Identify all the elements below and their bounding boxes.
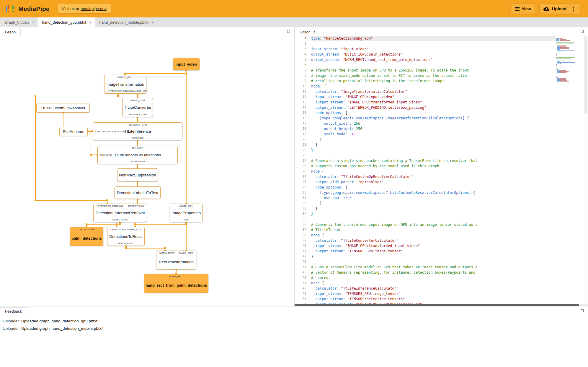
graph-node-TfLiteInference[interactable]: TENSORS_GPUTfLiteInferenceTENSORSCUSTOM_… <box>93 122 182 140</box>
graph-node-DetectionLabelIdToText[interactable]: DetectionLabelIdToText <box>115 186 161 199</box>
line-number: 4 <box>295 52 311 57</box>
file-tab[interactable]: Graph_0.pbtxt× <box>0 17 37 27</box>
graph-canvas[interactable]: input_videoIMAGE_GPUImageTransformationL… <box>0 36 294 306</box>
download-icon[interactable] <box>312 30 316 34</box>
code-line: input_stream: "input_video" <box>311 46 556 52</box>
node-title: ImageProperties <box>170 207 202 218</box>
mediapipe-link[interactable]: mediapipe.dev <box>81 7 107 11</box>
line-number: 17 <box>295 121 311 126</box>
port-label: DETECTIONS <box>79 228 94 231</box>
code-line: } <box>311 254 556 259</box>
feedback-tab[interactable]: Feedback <box>0 307 27 315</box>
new-button[interactable]: New <box>511 4 535 14</box>
code-line: output_stream: "IMAGE_GPU:transformed_in… <box>311 100 556 105</box>
graph-panel: Graph input_videoIMAGE_GPUImageTransform… <box>0 27 294 306</box>
graph-node-SsdAnchors[interactable]: SsdAnchors <box>59 127 88 136</box>
popout-icon[interactable] <box>581 309 584 312</box>
tab-close-icon[interactable]: × <box>32 20 34 25</box>
file-tab-label: Graph_0.pbtxt <box>4 20 29 25</box>
node-title: input_video <box>173 58 199 70</box>
tab-close-icon[interactable]: × <box>151 20 154 25</box>
line-number: 36 <box>295 222 311 227</box>
graph-node-DetectionsToRects[interactable]: DETECTIONSIMAGE_SIZEDetectionsToRectsNOR… <box>107 227 145 246</box>
popout-icon[interactable] <box>581 30 584 33</box>
code-line: output_height: 256 <box>311 126 556 131</box>
line-number-gutter: 1234567891011121314151617181920212223242… <box>295 36 311 304</box>
graph-node-NonMaxSuppression[interactable]: NonMaxSuppression <box>117 168 158 181</box>
line-number: 33 <box>295 206 311 211</box>
port-label: NORM_RECT <box>169 275 184 278</box>
horizontal-scrollbar[interactable] <box>295 304 588 306</box>
file-tab-bar: Graph_0.pbtxt×hand_detection_gpu.pbtxt×h… <box>0 17 588 27</box>
line-number: 12 <box>295 94 311 100</box>
line-number: 14 <box>295 105 311 110</box>
code-line: output_width: 256 <box>311 121 556 126</box>
port-label: IMAGE_SIZE <box>179 252 193 254</box>
node-title: TfLiteConverter <box>123 102 153 113</box>
code-line: input_stream: "IMAGE_GPU:input_video" <box>311 94 556 100</box>
graph-tab[interactable]: Graph <box>0 28 21 36</box>
popout-icon[interactable] <box>287 30 290 33</box>
code-line: node { <box>311 280 556 286</box>
graph-node-palm_detections[interactable]: DETECTIONSpalm_detections <box>70 227 103 246</box>
line-number: 38 <box>295 233 311 238</box>
port-label: IMAGE_GPU <box>118 76 132 79</box>
tab-close-icon[interactable]: × <box>89 20 92 25</box>
file-tab-label: hand_detection_gpu.pbtxt <box>42 20 86 25</box>
feedback-entry: UploaderUploaded graph 'hand_detection_g… <box>0 317 588 325</box>
editor-tab[interactable]: Editor <box>295 28 321 36</box>
code-line: # Generates a single side packet contain… <box>311 158 556 163</box>
line-number: 20 <box>295 137 311 142</box>
graph-node-hand_rect_from_palm_detections[interactable]: NORM_RECThand_rect_from_palm_detections <box>144 274 208 293</box>
code-line: } <box>311 142 556 147</box>
graph-node-TfLiteCustomOpResolver[interactable]: TfLiteCustomOpResolver <box>36 103 90 113</box>
code-line: } <box>311 201 556 206</box>
node-title: DetectionLetterboxRemoval <box>94 207 147 218</box>
port-label: SIZE <box>183 218 189 221</box>
port-label: IMAGE_GPU <box>130 99 145 102</box>
line-number: 22 <box>295 147 311 153</box>
upload-button[interactable]: Upload ⋮ <box>539 4 580 14</box>
graph-node-input_video[interactable]: input_video <box>173 58 200 70</box>
graph-node-TfLiteConverter[interactable]: IMAGE_GPUTfLiteConverterTENSORS_GPU <box>122 98 153 117</box>
line-number: 18 <box>295 126 311 131</box>
code-line: node { <box>311 233 556 238</box>
line-number: 26 <box>295 169 311 174</box>
graph-node-ImageProperties[interactable]: IMAGE_GPUImagePropertiesSIZE <box>170 204 202 222</box>
line-number: 41 <box>295 249 311 254</box>
line-number: 23 <box>295 153 311 158</box>
file-tab[interactable]: hand_detection_mobile.pbtxt× <box>95 17 157 27</box>
file-tab[interactable]: hand_detection_gpu.pbtxt× <box>37 17 95 27</box>
port-label: TENSORS_GPU <box>129 113 147 116</box>
code-line: # TfLiteTensor. <box>311 227 556 233</box>
graph-node-DetectionLetterboxRemoval[interactable]: LETTERBOX_PADDINGDETECTIONSDetectionLett… <box>93 204 147 222</box>
kebab-menu-icon[interactable]: ⋮ <box>571 6 576 12</box>
node-title: RectTransformation <box>156 254 196 269</box>
code-line <box>311 217 556 222</box>
vertical-scrollbar[interactable] <box>584 36 588 304</box>
graph-node-RectTransformation[interactable]: NORM_RECTIMAGE_SIZERectTransformation <box>156 251 196 269</box>
port-label: DETECTIONS <box>128 205 144 207</box>
minimap[interactable] <box>556 36 584 304</box>
line-number: 27 <box>295 174 311 179</box>
port-label: TENSORS <box>132 147 143 150</box>
line-number: 3 <box>295 46 311 52</box>
code-lines[interactable]: type: "HandDetectionSubgraph"input_strea… <box>311 36 556 304</box>
line-number: 7 <box>295 68 311 73</box>
line-number: 28 <box>295 179 311 185</box>
editor-panel-header: Editor <box>295 27 588 36</box>
code-line: calculator: "TfLiteInferenceCalculator" <box>311 286 556 291</box>
port-label: TENSORS_GPU <box>129 124 147 126</box>
code-line: # image, the scale_mode option is set to… <box>311 73 556 78</box>
line-number: 34 <box>295 211 311 217</box>
code-line: output_stream: "TENSORS:detection_tensor… <box>311 296 556 302</box>
code-editor[interactable]: 1234567891011121314151617181920212223242… <box>295 36 588 304</box>
new-button-label: New <box>522 7 531 11</box>
graph-node-ImageTransformation[interactable]: IMAGE_GPUImageTransformationLETTERBOX_PA… <box>104 75 146 94</box>
code-line: calculator: "ImageTransformationCalculat… <box>311 89 556 94</box>
line-number: 16 <box>295 116 311 121</box>
graph-node-TfLiteTensorsToDetections[interactable]: TENSORSTfLiteTensorsToDetectionsDETECTIO… <box>97 146 178 164</box>
code-line: # scores. <box>311 275 556 280</box>
line-number: 11 <box>295 89 311 94</box>
code-line: [type.googleapis.com/mediapipe.ImageTran… <box>311 116 556 121</box>
